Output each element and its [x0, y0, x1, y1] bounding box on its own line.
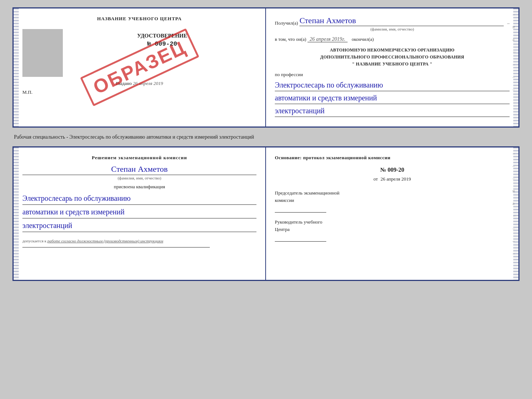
separator-content: Рабочая специальность - Электрослесарь п…	[14, 134, 254, 140]
binding-decoration-bottom-right	[513, 147, 518, 280]
top-document: НАЗВАНИЕ УЧЕБНОГО ЦЕНТРА УДОСТОВЕРЕНИЕ №…	[12, 7, 520, 128]
ot-label: от	[373, 176, 378, 182]
profession-line3: электростанций	[275, 106, 510, 117]
org-line2: ДОПОЛНИТЕЛЬНОГО ПРОФЕССИОНАЛЬНОГО ОБРАЗО…	[275, 54, 510, 61]
qual-line3: электростанций	[22, 220, 256, 232]
prisvoena-label: присвоена квалификация	[22, 184, 256, 190]
qualification-block: Электрослесарь по обслуживанию автоматик…	[22, 193, 256, 232]
rukovoditel-line1: Руководитель учебного	[275, 218, 510, 226]
v-tom-line: в том, что он(а) 26 апреля 2019г. окончи…	[275, 36, 510, 42]
fio-sublabel-bottom: (фамилия, имя, отчество)	[22, 176, 256, 180]
org-block: АВТОНОМНУЮ НЕКОММЕРЧЕСКУЮ ОРГАНИЗАЦИЮ ДО…	[275, 47, 510, 68]
dopuskaetsya-prefix: допускается к	[22, 239, 46, 243]
predsedatel-signature-line	[275, 206, 326, 213]
dopuskaetsya-text: работе согласно должностным (производств…	[47, 239, 163, 243]
org-line1: АВТОНОМНУЮ НЕКОММЕРЧЕСКУЮ ОРГАНИЗАЦИЮ	[275, 47, 510, 54]
top-left-panel: НАЗВАНИЕ УЧЕБНОГО ЦЕНТРА УДОСТОВЕРЕНИЕ №…	[14, 8, 266, 127]
signature-underline-bottom-left	[22, 247, 210, 247]
rukovoditel-signature-line	[275, 235, 326, 242]
issued-date: 26 апреля 2019	[133, 81, 163, 86]
issued-label: Выдано	[116, 81, 132, 86]
photo-placeholder	[22, 29, 63, 77]
binding-decoration-right	[513, 8, 518, 127]
qual-line2: автоматики и средств измерений	[22, 206, 256, 218]
recipient-name-top: Степан Ахметов	[299, 16, 503, 26]
okonchil-label: окончил(а)	[352, 36, 374, 42]
org-line3: " НАЗВАНИЕ УЧЕБНОГО ЦЕНТРА "	[275, 61, 510, 68]
dopuskaetsya-block: допускается к работе согласно должностны…	[22, 238, 256, 244]
predsedatel-line1: Председатель экзаменационной	[275, 189, 510, 197]
poluchil-label: Получил(а)	[275, 20, 298, 26]
osnovaniye-label: Основание: протокол экзаменационной коми…	[275, 155, 510, 161]
cert-label: УДОСТОВЕРЕНИЕ	[68, 33, 256, 39]
binding-decoration-bottom-left	[14, 147, 19, 280]
v-tom-prefix: в том, что он(а)	[275, 36, 306, 42]
bottom-left-panel: Решением экзаменационной комиссии Степан…	[14, 147, 266, 280]
rukovoditel-block: Руководитель учебного Центра	[275, 218, 510, 233]
ot-date-line: от 26 апреля 2019	[275, 176, 510, 182]
qual-line1: Электрослесарь по обслуживанию	[22, 193, 256, 205]
cert-number: № 009-20	[68, 40, 256, 47]
predsedatel-line2: комиссии	[275, 197, 510, 204]
separator-text: Рабочая специальность - Электрослесарь п…	[12, 131, 520, 143]
rukovoditel-line2: Центра	[275, 226, 510, 233]
issued-line: Выдано 26 апреля 2019	[22, 81, 256, 86]
protocol-date: 26 апреля 2019	[381, 176, 411, 182]
profession-line1: Электрослесарь по обслуживанию	[275, 80, 510, 91]
predsedatel-block: Председатель экзаменационной комиссии	[275, 189, 510, 204]
completion-date-top: 26 апреля 2019г.	[308, 36, 348, 42]
recipient-name-bottom: Степан Ахметов	[22, 164, 256, 175]
top-right-panel: Получил(а) Степан Ахметов – (фамилия, им…	[266, 8, 518, 127]
po-professii-label: по профессии	[275, 72, 510, 78]
protocol-number: № 009-20	[275, 167, 510, 173]
resheniem-title: Решением экзаменационной комиссии	[22, 155, 256, 161]
profession-line2: автоматики и средств измерений	[275, 93, 510, 104]
fio-sublabel-top: (фамилия, имя, отчество)	[275, 27, 510, 31]
bottom-right-panel: Основание: протокол экзаменационной коми…	[266, 147, 518, 280]
bottom-document: Решением экзаменационной комиссии Степан…	[12, 146, 520, 281]
mp-label: М.П.	[22, 89, 256, 95]
poluchil-line: Получил(а) Степан Ахметов –	[275, 16, 510, 26]
school-title-top: НАЗВАНИЕ УЧЕБНОГО ЦЕНТРА	[22, 16, 256, 22]
